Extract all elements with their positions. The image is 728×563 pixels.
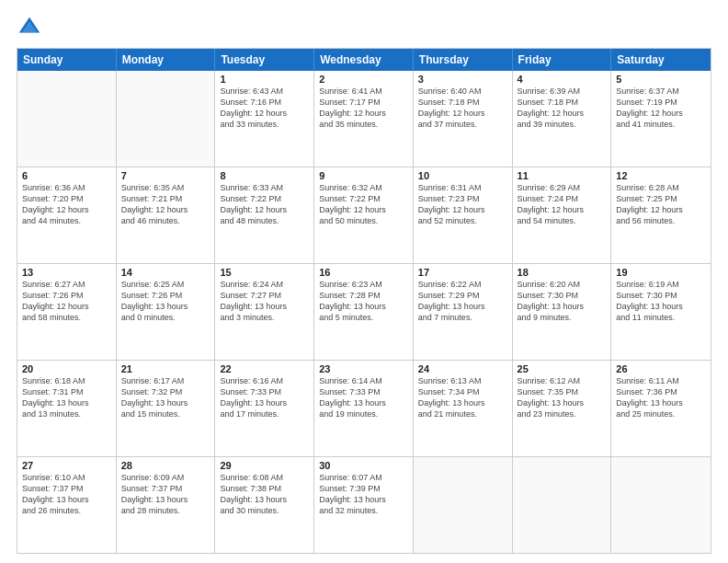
day-info: Sunrise: 6:07 AM Sunset: 7:39 PM Dayligh… (319, 472, 408, 517)
day-cell-18: 18Sunrise: 6:20 AM Sunset: 7:30 PM Dayli… (513, 264, 612, 360)
day-cell-15: 15Sunrise: 6:24 AM Sunset: 7:27 PM Dayli… (215, 264, 314, 360)
day-cell-10: 10Sunrise: 6:31 AM Sunset: 7:23 PM Dayli… (414, 167, 513, 263)
day-info: Sunrise: 6:41 AM Sunset: 7:17 PM Dayligh… (319, 86, 408, 131)
day-number: 9 (319, 170, 408, 181)
day-cell-2: 2Sunrise: 6:41 AM Sunset: 7:17 PM Daylig… (314, 71, 414, 167)
day-info: Sunrise: 6:27 AM Sunset: 7:26 PM Dayligh… (22, 279, 111, 324)
day-number: 1 (220, 74, 309, 85)
day-number: 5 (616, 74, 706, 85)
logo-icon (17, 15, 42, 40)
day-number: 23 (319, 363, 408, 374)
header-day-thursday: Thursday (414, 49, 513, 71)
calendar-row-4: 27Sunrise: 6:10 AM Sunset: 7:37 PM Dayli… (17, 456, 711, 553)
empty-cell-4-6 (611, 457, 711, 553)
day-info: Sunrise: 6:37 AM Sunset: 7:19 PM Dayligh… (616, 86, 706, 131)
day-number: 19 (616, 267, 706, 278)
day-info: Sunrise: 6:22 AM Sunset: 7:29 PM Dayligh… (418, 279, 507, 324)
day-cell-16: 16Sunrise: 6:23 AM Sunset: 7:28 PM Dayli… (314, 264, 414, 360)
day-number: 24 (418, 363, 507, 374)
day-number: 28 (121, 460, 210, 471)
day-number: 29 (220, 460, 309, 471)
day-cell-17: 17Sunrise: 6:22 AM Sunset: 7:29 PM Dayli… (414, 264, 513, 360)
day-cell-7: 7Sunrise: 6:35 AM Sunset: 7:21 PM Daylig… (117, 167, 216, 263)
day-cell-4: 4Sunrise: 6:39 AM Sunset: 7:18 PM Daylig… (513, 71, 612, 167)
day-info: Sunrise: 6:29 AM Sunset: 7:24 PM Dayligh… (518, 182, 607, 227)
page: SundayMondayTuesdayWednesdayThursdayFrid… (0, 0, 728, 563)
header (17, 15, 711, 40)
day-cell-8: 8Sunrise: 6:33 AM Sunset: 7:22 PM Daylig… (215, 167, 314, 263)
header-day-monday: Monday (117, 49, 216, 71)
day-info: Sunrise: 6:13 AM Sunset: 7:34 PM Dayligh… (418, 375, 507, 420)
day-cell-14: 14Sunrise: 6:25 AM Sunset: 7:26 PM Dayli… (117, 264, 216, 360)
calendar-body: 1Sunrise: 6:43 AM Sunset: 7:16 PM Daylig… (17, 71, 711, 553)
calendar-row-1: 6Sunrise: 6:36 AM Sunset: 7:20 PM Daylig… (17, 167, 711, 263)
day-info: Sunrise: 6:20 AM Sunset: 7:30 PM Dayligh… (518, 279, 607, 324)
day-info: Sunrise: 6:43 AM Sunset: 7:16 PM Dayligh… (220, 86, 309, 131)
day-cell-28: 28Sunrise: 6:09 AM Sunset: 7:37 PM Dayli… (117, 457, 216, 553)
day-cell-21: 21Sunrise: 6:17 AM Sunset: 7:32 PM Dayli… (117, 361, 216, 456)
day-cell-25: 25Sunrise: 6:12 AM Sunset: 7:35 PM Dayli… (513, 361, 612, 456)
day-info: Sunrise: 6:16 AM Sunset: 7:33 PM Dayligh… (220, 375, 309, 420)
day-number: 25 (518, 363, 607, 374)
day-cell-11: 11Sunrise: 6:29 AM Sunset: 7:24 PM Dayli… (513, 167, 612, 263)
day-number: 22 (220, 363, 309, 374)
day-info: Sunrise: 6:11 AM Sunset: 7:36 PM Dayligh… (616, 375, 706, 420)
day-cell-29: 29Sunrise: 6:08 AM Sunset: 7:38 PM Dayli… (215, 457, 314, 553)
calendar: SundayMondayTuesdayWednesdayThursdayFrid… (17, 48, 711, 554)
empty-cell-0-0 (17, 71, 117, 167)
day-number: 26 (616, 363, 706, 374)
day-number: 7 (121, 170, 210, 181)
day-cell-1: 1Sunrise: 6:43 AM Sunset: 7:16 PM Daylig… (215, 71, 314, 167)
day-info: Sunrise: 6:36 AM Sunset: 7:20 PM Dayligh… (22, 182, 111, 227)
day-number: 3 (418, 74, 507, 85)
day-cell-5: 5Sunrise: 6:37 AM Sunset: 7:19 PM Daylig… (611, 71, 711, 167)
header-day-tuesday: Tuesday (215, 49, 314, 71)
day-info: Sunrise: 6:28 AM Sunset: 7:25 PM Dayligh… (616, 182, 706, 227)
day-number: 6 (22, 170, 111, 181)
header-day-wednesday: Wednesday (314, 49, 414, 71)
day-cell-9: 9Sunrise: 6:32 AM Sunset: 7:22 PM Daylig… (314, 167, 414, 263)
calendar-row-2: 13Sunrise: 6:27 AM Sunset: 7:26 PM Dayli… (17, 263, 711, 360)
day-number: 20 (22, 363, 111, 374)
day-number: 12 (616, 170, 706, 181)
day-number: 15 (220, 267, 309, 278)
day-info: Sunrise: 6:17 AM Sunset: 7:32 PM Dayligh… (121, 375, 210, 420)
day-info: Sunrise: 6:40 AM Sunset: 7:18 PM Dayligh… (418, 86, 507, 131)
day-number: 2 (319, 74, 408, 85)
day-cell-23: 23Sunrise: 6:14 AM Sunset: 7:33 PM Dayli… (314, 361, 414, 456)
day-info: Sunrise: 6:24 AM Sunset: 7:27 PM Dayligh… (220, 279, 309, 324)
day-info: Sunrise: 6:18 AM Sunset: 7:31 PM Dayligh… (22, 375, 111, 420)
day-number: 4 (518, 74, 607, 85)
day-number: 18 (518, 267, 607, 278)
day-cell-20: 20Sunrise: 6:18 AM Sunset: 7:31 PM Dayli… (17, 361, 117, 456)
empty-cell-0-1 (117, 71, 216, 167)
day-number: 8 (220, 170, 309, 181)
calendar-row-0: 1Sunrise: 6:43 AM Sunset: 7:16 PM Daylig… (17, 71, 711, 167)
day-number: 16 (319, 267, 408, 278)
empty-cell-4-4 (414, 457, 513, 553)
day-info: Sunrise: 6:12 AM Sunset: 7:35 PM Dayligh… (518, 375, 607, 420)
day-info: Sunrise: 6:31 AM Sunset: 7:23 PM Dayligh… (418, 182, 507, 227)
day-number: 30 (319, 460, 408, 471)
empty-cell-4-5 (513, 457, 612, 553)
header-day-friday: Friday (513, 49, 612, 71)
day-cell-26: 26Sunrise: 6:11 AM Sunset: 7:36 PM Dayli… (611, 361, 711, 456)
calendar-header: SundayMondayTuesdayWednesdayThursdayFrid… (17, 49, 711, 71)
day-number: 11 (518, 170, 607, 181)
day-number: 21 (121, 363, 210, 374)
day-info: Sunrise: 6:33 AM Sunset: 7:22 PM Dayligh… (220, 182, 309, 227)
day-info: Sunrise: 6:23 AM Sunset: 7:28 PM Dayligh… (319, 279, 408, 324)
day-number: 10 (418, 170, 507, 181)
day-cell-3: 3Sunrise: 6:40 AM Sunset: 7:18 PM Daylig… (414, 71, 513, 167)
header-day-saturday: Saturday (611, 49, 711, 71)
logo (17, 15, 46, 40)
day-info: Sunrise: 6:19 AM Sunset: 7:30 PM Dayligh… (616, 279, 706, 324)
day-info: Sunrise: 6:35 AM Sunset: 7:21 PM Dayligh… (121, 182, 210, 227)
day-info: Sunrise: 6:09 AM Sunset: 7:37 PM Dayligh… (121, 472, 210, 517)
day-info: Sunrise: 6:39 AM Sunset: 7:18 PM Dayligh… (518, 86, 607, 131)
day-cell-6: 6Sunrise: 6:36 AM Sunset: 7:20 PM Daylig… (17, 167, 117, 263)
day-cell-12: 12Sunrise: 6:28 AM Sunset: 7:25 PM Dayli… (611, 167, 711, 263)
day-info: Sunrise: 6:10 AM Sunset: 7:37 PM Dayligh… (22, 472, 111, 517)
day-cell-24: 24Sunrise: 6:13 AM Sunset: 7:34 PM Dayli… (414, 361, 513, 456)
day-number: 27 (22, 460, 111, 471)
